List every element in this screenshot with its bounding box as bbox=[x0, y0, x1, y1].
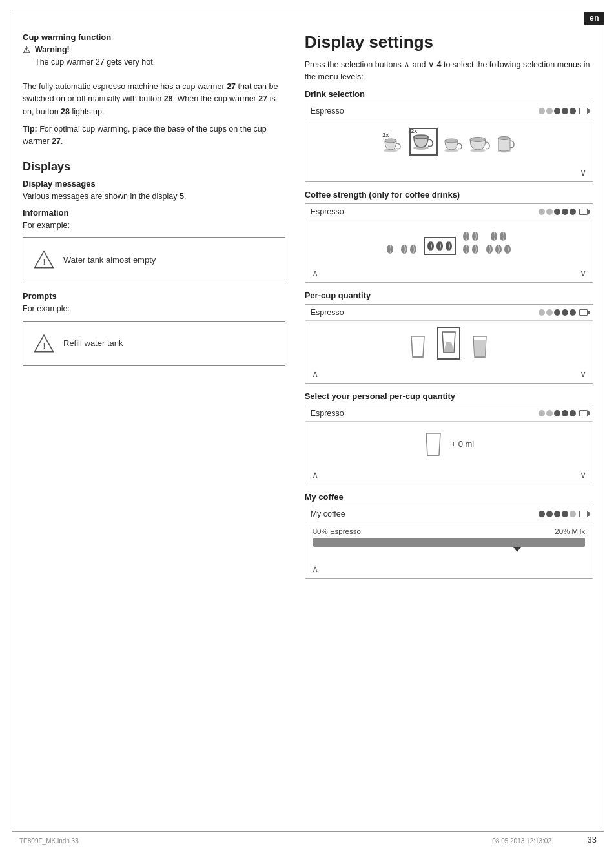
page-border-right bbox=[604, 12, 604, 832]
per-cup-up-arrow[interactable]: ∧ bbox=[312, 369, 318, 379]
footer-filename: TE809F_MK.indb 33 bbox=[19, 837, 79, 845]
bean-5c bbox=[486, 243, 493, 255]
personal-footer: ∧ ∨ bbox=[305, 467, 593, 484]
alert-triangle-icon: ! bbox=[34, 249, 54, 270]
cup-medium bbox=[443, 133, 464, 156]
strength-footer: ∧ ∨ bbox=[305, 265, 593, 282]
glass-row bbox=[409, 327, 489, 360]
dot3 bbox=[554, 108, 560, 114]
svg-point-16 bbox=[436, 241, 443, 251]
personal-glass bbox=[424, 431, 443, 458]
pp-dot1 bbox=[539, 410, 545, 416]
dot2 bbox=[546, 108, 553, 114]
bean-5b bbox=[499, 231, 507, 242]
bean-2b bbox=[409, 243, 417, 255]
drink-down-arrow[interactable]: ∨ bbox=[580, 167, 586, 178]
bean-group-5 bbox=[486, 231, 511, 255]
page-border-bottom bbox=[12, 831, 604, 832]
my-coffee-label: My coffee bbox=[305, 492, 593, 502]
my-coffee-dots bbox=[539, 511, 588, 517]
bean-5e bbox=[504, 243, 511, 255]
battery-icon bbox=[579, 108, 588, 114]
s-dot2 bbox=[546, 209, 553, 215]
cup-warmer-text: The fully automatic espresso machine has… bbox=[23, 81, 285, 118]
warning-label: Warning! bbox=[35, 45, 70, 54]
bean-4d bbox=[471, 243, 479, 255]
prompt-message-text: Refill water tank bbox=[63, 338, 123, 348]
svg-point-24 bbox=[486, 245, 493, 254]
bean-3c bbox=[445, 240, 453, 252]
cup-icon-3 bbox=[443, 133, 464, 154]
personal-content: + 0 ml bbox=[424, 431, 474, 458]
per-cup-header-label: Espresso bbox=[311, 308, 344, 317]
cup-icon-4 bbox=[469, 133, 491, 154]
glass-2-svg bbox=[440, 329, 458, 355]
battery-tip bbox=[588, 109, 590, 113]
svg-point-26 bbox=[504, 245, 511, 254]
svg-point-22 bbox=[491, 232, 497, 241]
s-dot1 bbox=[539, 209, 545, 215]
battery-icon-2 bbox=[579, 209, 588, 215]
personal-per-cup-panel: Espresso + bbox=[305, 405, 593, 484]
per-cup-body bbox=[305, 321, 593, 366]
mc-dot2 bbox=[546, 511, 553, 517]
strength-down-arrow[interactable]: ∨ bbox=[580, 268, 586, 278]
p-dot3 bbox=[554, 309, 560, 316]
display-settings-title: Display settings bbox=[305, 32, 593, 52]
glass-1 bbox=[409, 334, 427, 360]
coffee-strength-label: Coffee strength (only for coffee drinks) bbox=[305, 190, 593, 200]
per-cup-down-arrow[interactable]: ∨ bbox=[580, 369, 586, 379]
drink-header: Espresso bbox=[305, 103, 593, 119]
cup-tall bbox=[496, 133, 515, 156]
s-dot4 bbox=[562, 209, 568, 215]
my-coffee-up-arrow[interactable]: ∧ bbox=[312, 564, 318, 574]
warning-triangle-icon: ⚠ bbox=[23, 45, 31, 55]
bean-5-row1 bbox=[490, 231, 507, 242]
battery-tip-3 bbox=[588, 311, 590, 314]
warning-block: ⚠ Warning! The cup warmer 27 gets very h… bbox=[23, 44, 285, 74]
my-coffee-footer: ∧ bbox=[305, 561, 593, 578]
p-dot4 bbox=[562, 309, 568, 316]
drink-header-label: Espresso bbox=[311, 107, 344, 116]
battery-tip-2 bbox=[588, 210, 590, 214]
my-coffee-header: My coffee bbox=[305, 506, 593, 522]
drink-dots bbox=[539, 108, 588, 114]
display-messages-title: Display messages bbox=[23, 179, 285, 189]
battery-icon-3 bbox=[579, 309, 588, 316]
cup-2x-medium-selected: 2x bbox=[409, 128, 438, 156]
svg-text:!: ! bbox=[43, 257, 45, 267]
battery-tip-5 bbox=[588, 512, 590, 516]
information-title: Information bbox=[23, 208, 285, 218]
drink-cup-row: 2x 2x bbox=[382, 128, 515, 156]
drink-selection-panel: Espresso 2x bbox=[305, 103, 593, 182]
p-dot1 bbox=[539, 309, 545, 316]
badge-2x-1: 2x bbox=[382, 132, 389, 138]
bean-4-row2 bbox=[462, 243, 479, 255]
s-dot5 bbox=[570, 209, 576, 215]
svg-point-7 bbox=[445, 139, 458, 143]
pp-dot3 bbox=[554, 410, 560, 416]
dot4 bbox=[562, 108, 568, 114]
svg-point-23 bbox=[500, 232, 506, 241]
bean-group-1 bbox=[386, 243, 394, 255]
strength-up-arrow[interactable]: ∧ bbox=[312, 268, 318, 278]
svg-text:!: ! bbox=[43, 341, 45, 351]
dot5 bbox=[570, 108, 576, 114]
battery-icon-4 bbox=[579, 410, 588, 416]
bean-triple-top bbox=[427, 240, 453, 252]
personal-up-arrow[interactable]: ∧ bbox=[312, 469, 318, 480]
badge-2x-2: 2x bbox=[411, 128, 417, 134]
svg-point-12 bbox=[387, 245, 393, 254]
personal-down-arrow[interactable]: ∨ bbox=[580, 469, 586, 480]
prompts-subtitle: For example: bbox=[23, 303, 285, 315]
pp-dot4 bbox=[562, 410, 568, 416]
bean-3a bbox=[427, 240, 435, 252]
bean-5d bbox=[495, 243, 502, 255]
strength-dots bbox=[539, 209, 588, 215]
svg-point-14 bbox=[410, 245, 416, 254]
prompts-title: Prompts bbox=[23, 291, 285, 301]
info-message-box: ! Water tank almost empty bbox=[23, 237, 285, 282]
personal-body: + 0 ml bbox=[305, 422, 593, 467]
svg-point-20 bbox=[463, 245, 469, 254]
bean-group-3-selected bbox=[424, 237, 456, 255]
